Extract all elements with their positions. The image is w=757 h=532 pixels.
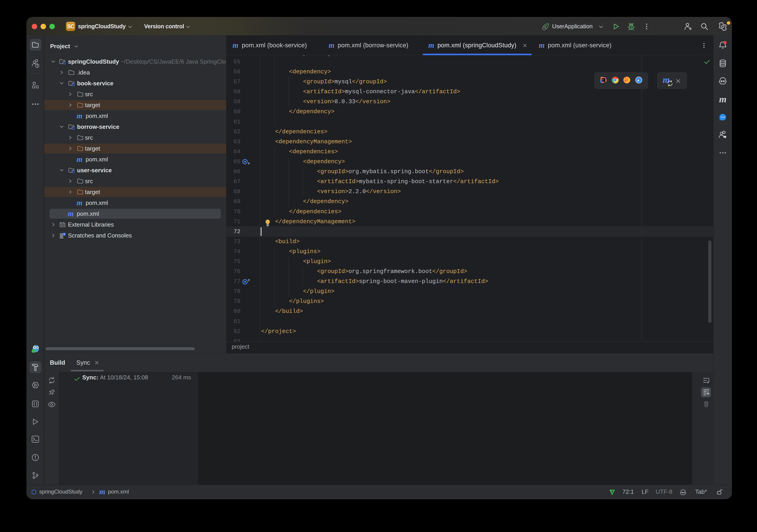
svg-text:IJ: IJ: [602, 79, 604, 80]
